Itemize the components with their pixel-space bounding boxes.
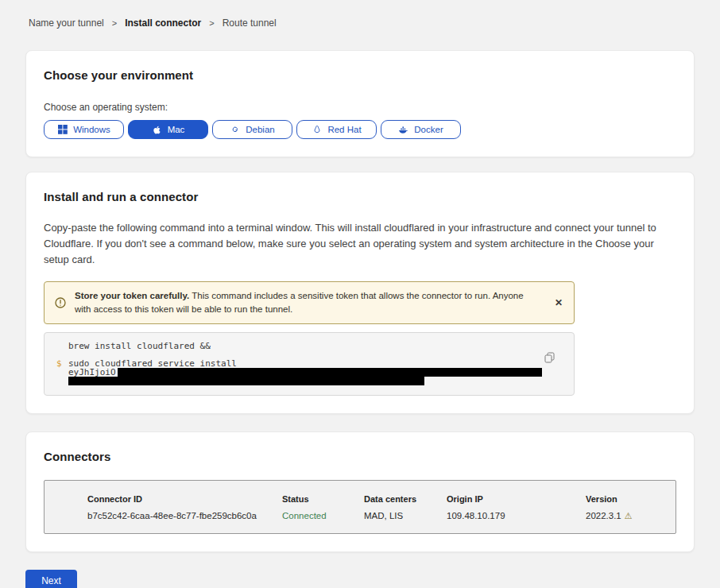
version-value: 2022.3.1⚠ [586,511,668,521]
column-header-version: Version [586,494,668,504]
alert-circle-icon [54,296,67,309]
os-button-label: Red Hat [327,125,361,134]
breadcrumb-step-install-connector[interactable]: Install connector [125,17,201,29]
connectors-card-title: Connectors [44,450,676,463]
windows-logo-icon [57,125,68,135]
token-warning-banner: Store your token carefully. This command… [44,281,575,324]
os-button-label: Debian [246,125,274,134]
data-centers-value: MAD, LIS [364,511,447,521]
install-connector-card: Install and run a connector Copy-paste t… [25,172,695,414]
breadcrumb-step-route-tunnel[interactable]: Route tunnel [223,17,277,29]
column-header-connector-id: Connector ID [87,494,282,504]
column-header-status: Status [282,494,364,504]
redaction-bar [68,377,424,385]
code-line-service-install: sudo cloudflared service install [68,359,537,368]
token-warning-title: Store your token carefully. [75,291,189,300]
os-button-redhat[interactable]: Red Hat [296,120,377,139]
status-badge: Connected [282,511,364,521]
origin-ip-value: 109.48.10.179 [447,511,586,521]
redaction-bar [118,368,542,377]
version-warning-icon: ⚠ [625,511,633,520]
connectors-table: Connector ID Status Data centers Origin … [44,480,676,534]
os-button-row: Windows Mac Debian Red Hat Docker [44,120,676,139]
code-line-token-continued [68,377,537,385]
code-line-token: eyJhIjoiO [68,368,537,377]
choose-environment-card: Choose your environment Choose an operat… [25,50,695,157]
connectors-card: Connectors Connector ID Status Data cent… [25,431,695,552]
os-button-windows[interactable]: Windows [44,120,124,139]
redhat-logo-icon [312,125,322,135]
breadcrumb-separator: > [112,18,117,28]
token-warning-text: Store your token carefully. This command… [75,289,534,316]
breadcrumb-separator: > [209,18,214,28]
os-button-label: Docker [414,125,443,134]
docker-logo-icon [398,125,408,135]
install-card-title: Install and run a connector [44,190,676,203]
next-button[interactable]: Next [25,570,77,588]
os-select-label: Choose an operating system: [44,102,676,113]
os-button-label: Windows [73,125,110,134]
os-button-label: Mac [168,125,185,134]
close-icon[interactable]: ✕ [553,296,564,309]
install-instructions-text: Copy-paste the following command into a … [44,220,676,268]
column-header-origin-ip: Origin IP [447,494,586,504]
os-button-docker[interactable]: Docker [381,120,461,139]
install-command-codeblock: $ brew install cloudflared && sudo cloud… [44,332,575,396]
apple-logo-icon [152,125,162,135]
copy-icon[interactable] [544,352,555,366]
column-header-data-centers: Data centers [364,494,447,504]
breadcrumb-step-name-your-tunnel[interactable]: Name your tunnel [29,17,104,29]
connector-id-value: b7c52c42-6caa-48ee-8c77-fbe259cb6c0a [87,511,282,521]
code-line-brew-install: brew install cloudflared && [68,342,537,350]
os-button-debian[interactable]: Debian [212,120,292,139]
os-button-mac[interactable]: Mac [128,120,208,139]
debian-logo-icon [230,125,240,135]
environment-card-title: Choose your environment [44,68,676,82]
shell-prompt: $ [56,359,62,368]
breadcrumb: Name your tunnel > Install connector > R… [0,0,720,29]
